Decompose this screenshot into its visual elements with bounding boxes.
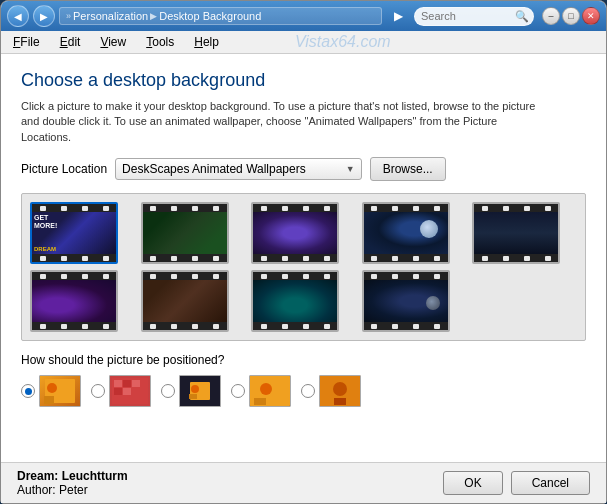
radio-4[interactable] bbox=[231, 384, 245, 398]
minimize-button[interactable]: – bbox=[542, 7, 560, 25]
film-hole bbox=[303, 274, 309, 279]
cancel-button[interactable]: Cancel bbox=[511, 471, 590, 495]
position-thumb-4 bbox=[249, 375, 291, 407]
film-hole bbox=[150, 206, 156, 211]
picture-location-dropdown[interactable]: DeskScapes Animated Wallpapers ▼ bbox=[115, 158, 362, 180]
close-button[interactable]: ✕ bbox=[582, 7, 600, 25]
wallpaper-thumb-3[interactable] bbox=[251, 202, 339, 264]
wallpaper-thumb-7[interactable] bbox=[141, 270, 229, 332]
film-hole bbox=[503, 206, 509, 211]
forward-button[interactable]: ▶ bbox=[33, 5, 55, 27]
ok-button[interactable]: OK bbox=[443, 471, 502, 495]
position-option-4[interactable] bbox=[231, 375, 291, 407]
film-hole bbox=[303, 324, 309, 329]
film-hole bbox=[261, 324, 267, 329]
svg-rect-8 bbox=[123, 388, 131, 395]
watermark: Vistax64.com bbox=[295, 33, 391, 51]
radio-5[interactable] bbox=[301, 384, 315, 398]
film-hole bbox=[392, 206, 398, 211]
menu-tools[interactable]: Tools bbox=[142, 33, 178, 51]
film-strip-bottom bbox=[364, 322, 448, 330]
menu-edit[interactable]: Edit bbox=[56, 33, 85, 51]
radio-1[interactable] bbox=[21, 384, 35, 398]
svg-rect-4 bbox=[114, 380, 122, 387]
film-strip-top bbox=[364, 272, 448, 280]
film-strip-top bbox=[143, 272, 227, 280]
film-hole bbox=[303, 206, 309, 211]
film-hole bbox=[61, 206, 67, 211]
author-info: Author: Peter bbox=[17, 483, 443, 497]
film-hole bbox=[434, 324, 440, 329]
wallpaper-thumb-9[interactable] bbox=[362, 270, 450, 332]
menu-bar: FFile Edit View Tools Help Vistax64.com bbox=[1, 31, 606, 54]
film-hole bbox=[61, 274, 67, 279]
film-strip-top bbox=[143, 204, 227, 212]
position-label: How should the picture be positioned? bbox=[21, 353, 586, 367]
film-hole bbox=[371, 206, 377, 211]
wallpaper-thumb-5[interactable] bbox=[472, 202, 560, 264]
breadcrumb-separator: » bbox=[66, 11, 71, 21]
film-hole bbox=[192, 206, 198, 211]
position-option-2[interactable] bbox=[91, 375, 151, 407]
film-hole bbox=[103, 206, 109, 211]
film-hole bbox=[213, 256, 219, 261]
film-hole bbox=[482, 206, 488, 211]
wallpaper-thumb-8[interactable] bbox=[251, 270, 339, 332]
position-option-3[interactable] bbox=[161, 375, 221, 407]
position-thumb-1 bbox=[39, 375, 81, 407]
maximize-button[interactable]: □ bbox=[562, 7, 580, 25]
film-strip-bottom bbox=[253, 254, 337, 262]
menu-view[interactable]: View bbox=[96, 33, 130, 51]
svg-rect-12 bbox=[189, 394, 197, 399]
get-more-text: GETMORE! bbox=[34, 214, 57, 229]
film-hole bbox=[282, 256, 288, 261]
breadcrumb-personalization[interactable]: Personalization bbox=[73, 10, 148, 22]
film-hole bbox=[545, 256, 551, 261]
radio-3[interactable] bbox=[161, 384, 175, 398]
back-button[interactable]: ◀ bbox=[7, 5, 29, 27]
position-options bbox=[21, 375, 586, 407]
position-option-1[interactable] bbox=[21, 375, 81, 407]
film-hole bbox=[103, 274, 109, 279]
wallpaper-thumb-2[interactable] bbox=[141, 202, 229, 264]
film-hole bbox=[150, 274, 156, 279]
menu-help[interactable]: Help bbox=[190, 33, 223, 51]
thumb-image-7 bbox=[143, 280, 227, 322]
search-icon: 🔍 bbox=[515, 10, 529, 23]
wallpaper-thumb-4[interactable] bbox=[362, 202, 450, 264]
breadcrumb-current[interactable]: Desktop Background bbox=[159, 10, 261, 22]
film-hole bbox=[545, 206, 551, 211]
film-hole bbox=[282, 274, 288, 279]
browse-button[interactable]: Browse... bbox=[370, 157, 446, 181]
menu-file[interactable]: FFile bbox=[9, 33, 44, 51]
film-strip-bottom bbox=[364, 254, 448, 262]
film-strip-bottom bbox=[143, 322, 227, 330]
wallpaper-thumb-1[interactable]: GETMORE! DREAM bbox=[30, 202, 118, 264]
film-hole bbox=[40, 324, 46, 329]
position-section: How should the picture be positioned? bbox=[21, 353, 586, 407]
position-option-5[interactable] bbox=[301, 375, 361, 407]
film-hole bbox=[213, 274, 219, 279]
title-bar: ◀ ▶ » Personalization ▶ Desktop Backgrou… bbox=[1, 1, 606, 31]
thumb-image-2 bbox=[143, 212, 227, 254]
description-text: Click a picture to make it your desktop … bbox=[21, 99, 541, 145]
search-input[interactable] bbox=[421, 10, 511, 22]
author-value: Peter bbox=[59, 483, 88, 497]
search-box[interactable]: 🔍 bbox=[414, 7, 534, 26]
address-bar[interactable]: » Personalization ▶ Desktop Background bbox=[59, 7, 382, 25]
film-hole bbox=[82, 256, 88, 261]
film-strip-top bbox=[364, 204, 448, 212]
film-hole bbox=[324, 256, 330, 261]
film-hole bbox=[61, 256, 67, 261]
thumb-image-3 bbox=[253, 212, 337, 254]
film-strip-top bbox=[253, 204, 337, 212]
film-strip-bottom bbox=[32, 254, 116, 262]
film-hole bbox=[324, 274, 330, 279]
film-hole bbox=[282, 206, 288, 211]
radio-2[interactable] bbox=[91, 384, 105, 398]
film-hole bbox=[434, 274, 440, 279]
svg-rect-2 bbox=[44, 396, 54, 404]
wallpaper-thumb-6[interactable] bbox=[30, 270, 118, 332]
page-title: Choose a desktop background bbox=[21, 70, 586, 91]
film-hole bbox=[40, 206, 46, 211]
